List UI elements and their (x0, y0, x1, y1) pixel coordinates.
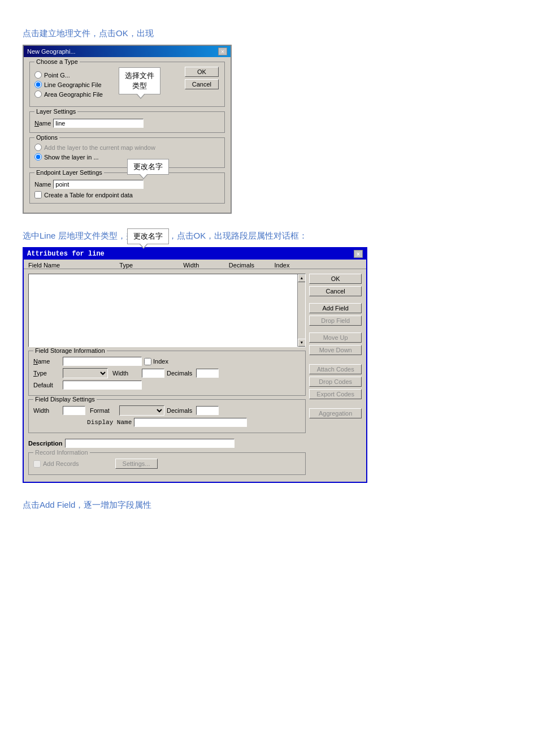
ngf-cancel-btn[interactable]: Cancel (185, 79, 219, 89)
section2-title: 选中Line 层地理文件类型，并更改名字，点击OK，出现路段层属性对话框： (23, 231, 418, 241)
col-decimals: Decimals (229, 262, 275, 269)
record-info-legend: Record Information (33, 449, 90, 456)
endpoint-check-row: Create a Table for endpoint data (34, 191, 220, 198)
ngf-radio-line[interactable] (34, 81, 42, 88)
fs-name-input[interactable] (63, 357, 142, 366)
fd-width-input[interactable] (63, 406, 85, 415)
display-name-input[interactable] (134, 418, 247, 427)
fs-decimals-label: Decimals (167, 370, 194, 377)
add-records-row: Add Records Settings... (33, 459, 301, 469)
add-records-check[interactable] (33, 460, 41, 468)
field-storage-legend: Field Storage Information (33, 347, 107, 354)
callout-rename2-text: 更改名字 (133, 232, 163, 240)
fd-decimals-label: Decimals (167, 407, 194, 414)
option1-row: Add the layer to the current map window (34, 144, 220, 151)
option2-label: Show the layer in ... (44, 154, 99, 161)
endpoint-name-input[interactable] (53, 180, 144, 189)
ngf-close-btn[interactable]: × (218, 47, 227, 55)
fs-type-row: Type Width Decimals (33, 368, 301, 378)
layer-settings-legend: Layer Settings (34, 108, 77, 115)
section3-title: 点击Add Field，逐一增加字段属性 (23, 500, 511, 511)
attr-move-down-btn[interactable]: Move Down (309, 345, 362, 355)
add-records-label: Add Records (43, 460, 79, 467)
fd-decimals-input[interactable] (196, 406, 219, 415)
fs-default-row: Default (33, 381, 301, 390)
fd-width-label: Width (33, 407, 60, 414)
attr-left: ▲ ▼ Field Storage Information Name Index (28, 274, 306, 478)
attr-table-body: ▲ ▼ (28, 274, 306, 347)
endpoint-group: Endpoint Layer Settings Name Create a Ta… (29, 172, 225, 204)
attr-dialog: Attributes for line × Field Name Type Wi… (23, 247, 367, 483)
attr-close-btn[interactable]: × (354, 250, 363, 258)
attr-aggregation-btn[interactable]: Aggregation (309, 408, 362, 418)
layer-name-input[interactable] (53, 119, 144, 128)
attr-drop-codes-btn[interactable]: Drop Codes (309, 377, 362, 387)
col-index: Index (274, 262, 311, 269)
description-input[interactable] (65, 439, 235, 448)
attr-scrollbar[interactable]: ▲ ▼ (297, 274, 305, 347)
scroll-up[interactable]: ▲ (298, 274, 306, 282)
fs-type-label: Type (33, 370, 60, 377)
choose-type-legend: Choose a Type (34, 58, 80, 65)
layer-name-row: Name (34, 119, 220, 128)
attr-body: ▲ ▼ Field Storage Information Name Index (24, 270, 366, 482)
attr-table-header-row: Field Name Type Width Decimals Index (24, 260, 366, 269)
fd-row1: Width Format Decimals (33, 405, 301, 416)
endpoint-legend: Endpoint Layer Settings (34, 169, 104, 176)
fs-name-label: Name (33, 358, 60, 365)
layer-settings-group: Layer Settings Name (29, 111, 225, 133)
option1-radio[interactable] (34, 144, 42, 151)
display-name-row: Display Name (33, 418, 301, 427)
fs-type-select[interactable] (63, 368, 108, 378)
options-legend: Options (34, 134, 59, 141)
callout-rename2: 更改名字 (127, 228, 169, 244)
section1-title: 点击建立地理文件，点击OK，出现 (23, 28, 511, 39)
option1-label: Add the layer to the current map window (44, 144, 155, 151)
endpoint-name-row: Name (34, 180, 220, 189)
col-type: Type (119, 262, 183, 269)
field-display-legend: Field Display Settings (33, 396, 97, 403)
fs-width-label: Width (112, 370, 140, 377)
callout-filetype-text: 选择文件类型 (125, 71, 154, 90)
fs-index-text: Index (153, 358, 168, 365)
attr-attach-codes-btn[interactable]: Attach Codes (309, 364, 362, 374)
attr-drop-field-btn[interactable]: Drop Field (309, 316, 362, 326)
fs-default-input[interactable] (63, 381, 142, 390)
attr-right-buttons: OK Cancel Add Field Drop Field Move Up M… (309, 274, 362, 478)
ngf-ok-btn[interactable]: OK (185, 67, 219, 77)
fs-width-input[interactable] (142, 369, 164, 378)
field-display-group: Field Display Settings Width Format Deci… (28, 399, 306, 433)
fs-decimals-input[interactable] (196, 369, 219, 378)
endpoint-check[interactable] (34, 191, 42, 198)
scroll-down[interactable]: ▼ (298, 339, 306, 347)
ngf-radio-area-label: Area Geographic File (44, 91, 103, 98)
ngf-radio-point[interactable] (34, 71, 42, 79)
attr-add-field-btn[interactable]: Add Field (309, 303, 362, 313)
endpoint-name-label: Name (34, 181, 51, 188)
fs-index-check-label: Index (144, 358, 171, 365)
fs-name-row: Name Index (33, 357, 301, 366)
field-storage-group: Field Storage Information Name Index Typ… (28, 351, 306, 396)
attr-ok-btn[interactable]: OK (309, 274, 362, 284)
attr-titlebar: Attributes for line × (24, 248, 366, 260)
callout-rename1-text: 更改名字 (133, 162, 163, 171)
fs-index-check[interactable] (144, 358, 151, 365)
attr-cancel-btn[interactable]: Cancel (309, 286, 362, 296)
col-width: Width (183, 262, 229, 269)
callout-filetype: 选择文件类型 (119, 67, 160, 94)
settings-btn[interactable]: Settings... (115, 459, 158, 469)
ngf-radio-area[interactable] (34, 90, 42, 98)
fs-default-label: Default (33, 382, 60, 388)
fd-format-select[interactable] (119, 405, 164, 416)
callout-rename1: 更改名字 (127, 159, 169, 175)
layer-name-label: Name (34, 120, 51, 127)
ngf-btn-group: OK Cancel (185, 67, 219, 89)
record-info-group: Record Information Add Records Settings.… (28, 452, 306, 475)
endpoint-check-label: Create a Table for endpoint data (44, 192, 133, 198)
option2-radio[interactable] (34, 153, 42, 161)
display-name-label: Display Name (87, 419, 132, 426)
col-field-name: Field Name (28, 262, 119, 269)
attr-export-codes-btn[interactable]: Export Codes (309, 389, 362, 399)
fd-format-label: Format (90, 407, 117, 414)
attr-move-up-btn[interactable]: Move Up (309, 332, 362, 343)
